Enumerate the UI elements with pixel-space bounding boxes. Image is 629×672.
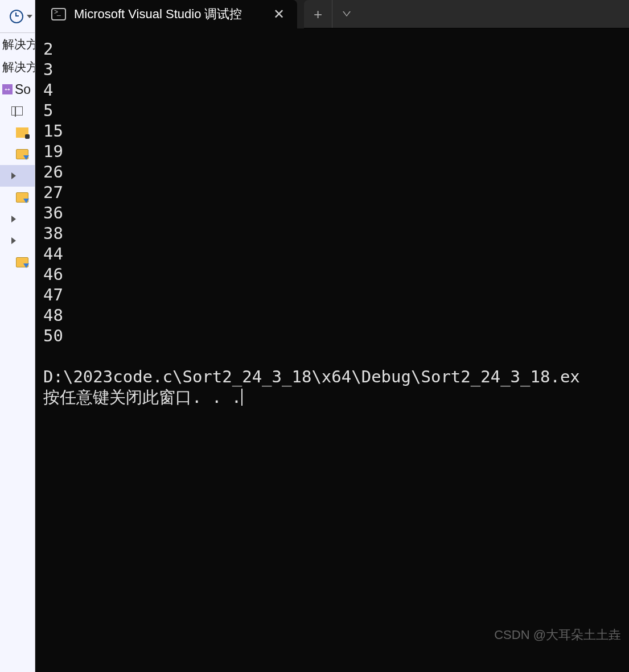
references-icon [11, 106, 23, 116]
chevron-down-icon [343, 11, 351, 17]
output-line: 3 [43, 60, 53, 79]
tree-item-selected[interactable] [0, 165, 35, 187]
console-output[interactable]: 2 3 4 5 15 19 26 27 36 38 44 46 47 48 50… [35, 28, 629, 418]
sidebar-toolbar [0, 0, 35, 33]
output-line: 4 [43, 80, 53, 100]
tree-project-item[interactable]: ++ So [0, 79, 35, 100]
text-cursor [241, 389, 242, 406]
chevron-right-icon [11, 172, 16, 179]
tree-references-item[interactable] [0, 100, 35, 122]
console-tab-title: Microsoft Visual Studio 调试控 [74, 6, 263, 23]
cpp-project-icon: ++ [2, 84, 13, 94]
chevron-right-icon [11, 216, 16, 222]
tree-filter-item-1[interactable] [0, 143, 35, 165]
tree-expand-item-1[interactable] [0, 208, 35, 230]
output-line: 27 [43, 183, 63, 202]
output-line: 26 [43, 162, 63, 182]
output-line: 44 [43, 244, 63, 263]
filter-folder-icon [16, 257, 28, 267]
active-console-tab[interactable]: Microsoft Visual Studio 调试控 ✕ [35, 0, 297, 28]
console-icon [51, 8, 66, 20]
tab-actions-bar: + [304, 0, 629, 28]
output-line: 47 [43, 285, 63, 304]
vs-solution-explorer-sidebar: 解决方 解决方 ++ So [0, 0, 35, 672]
output-line: 50 [43, 326, 63, 345]
tab-dropdown-button[interactable] [332, 0, 361, 28]
filter-folder-icon [16, 192, 28, 203]
solution-header-1: 解决方 [0, 33, 35, 56]
console-titlebar: Microsoft Visual Studio 调试控 ✕ + [35, 0, 629, 28]
close-tab-button[interactable]: ✕ [271, 5, 287, 23]
csdn-watermark: CSDN @大耳朵土土垚 [494, 626, 621, 644]
output-line: 15 [43, 121, 63, 141]
plus-icon: + [314, 7, 322, 22]
output-line: 46 [43, 265, 63, 284]
solution-header-2: 解决方 [0, 56, 35, 79]
tree-filter-item-2[interactable] [0, 187, 35, 208]
tree-item-label: So [15, 82, 31, 97]
press-any-key-line: 按任意键关闭此窗口. . . [43, 387, 241, 407]
new-tab-button[interactable]: + [304, 0, 332, 28]
debug-console-window: Microsoft Visual Studio 调试控 ✕ + 2 3 4 5 … [35, 0, 629, 672]
tree-externals-item[interactable] [0, 122, 35, 143]
external-deps-icon [16, 127, 28, 138]
executable-path-line: D:\2023code.c\Sort2_24_3_18\x64\Debug\So… [43, 367, 580, 386]
chevron-right-icon [11, 237, 16, 244]
solution-tree: ++ So [0, 79, 35, 273]
output-line: 48 [43, 306, 63, 325]
dropdown-arrow-icon[interactable] [27, 15, 32, 18]
recent-icon[interactable] [10, 10, 23, 23]
filter-folder-icon [16, 149, 28, 159]
tree-expand-item-2[interactable] [0, 230, 35, 252]
tree-filter-item-3[interactable] [0, 252, 35, 273]
output-line: 36 [43, 203, 63, 222]
output-line: 38 [43, 224, 63, 243]
output-line: 19 [43, 142, 63, 161]
output-line: 2 [43, 39, 53, 59]
output-line: 5 [43, 101, 53, 120]
